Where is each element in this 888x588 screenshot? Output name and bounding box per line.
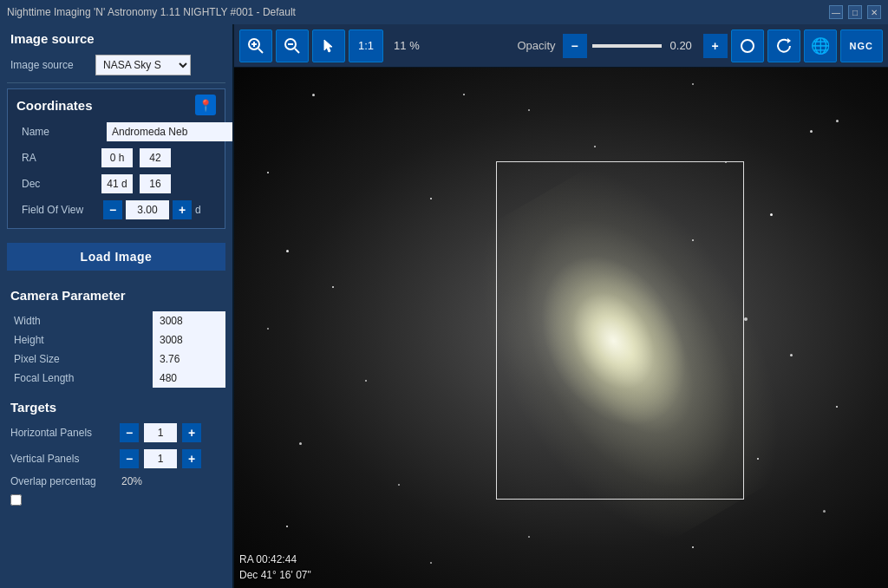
lasso-icon — [739, 37, 756, 55]
opacity-decrease-button[interactable]: − — [563, 34, 587, 58]
height-value[interactable]: 3008 — [153, 330, 225, 350]
dec-minutes-input[interactable] — [140, 174, 171, 193]
pixel-size-label: Pixel Size — [7, 350, 153, 369]
star — [430, 562, 432, 564]
close-button[interactable]: ✕ — [867, 5, 881, 19]
star — [286, 526, 288, 527]
star — [836, 406, 838, 408]
fov-row: Field Of View − 3.00 + d — [11, 197, 221, 223]
star — [692, 83, 694, 85]
overlap-value: 20% — [121, 475, 142, 487]
horizontal-panels-label: Horizontal Panels — [10, 427, 114, 439]
svg-line-1 — [258, 49, 263, 53]
dec-display: Dec 41° 16' 07" — [239, 567, 311, 583]
globe-button[interactable]: 🌐 — [804, 29, 837, 62]
star — [528, 109, 530, 111]
star — [365, 380, 367, 382]
focal-length-value[interactable]: 480 — [153, 369, 225, 388]
divider-1 — [7, 82, 225, 83]
fov-increase-button[interactable]: + — [173, 200, 192, 219]
sky-image: RA 00:42:44 Dec 41° 16' 07" — [234, 68, 888, 588]
location-icon[interactable]: 📍 — [195, 95, 216, 115]
horizontal-panels-decrease-button[interactable]: − — [120, 423, 139, 442]
fov-value: 3.00 — [126, 200, 169, 219]
zoom-out-button[interactable] — [276, 29, 309, 62]
zoom-out-icon — [284, 37, 301, 55]
dec-label: Dec — [22, 178, 100, 190]
camera-parameter-header: Camera Parameter — [0, 281, 232, 308]
height-row: Height 3008 — [7, 330, 225, 350]
dec-row: Dec — [11, 171, 221, 197]
vertical-panels-label: Vertical Panels — [10, 453, 114, 465]
vertical-panels-value: 1 — [144, 449, 177, 468]
ra-display: RA 00:42:44 — [239, 552, 311, 567]
checkbox-row — [0, 491, 232, 509]
image-source-label: Image source — [10, 59, 88, 71]
focal-length-label: Focal Length — [7, 369, 153, 388]
image-source-row: Image source NASA Sky S — [0, 51, 232, 79]
svg-point-7 — [741, 40, 754, 52]
name-input[interactable] — [107, 122, 234, 141]
maximize-button[interactable]: □ — [848, 5, 862, 19]
coordinates-header: Coordinates 📍 — [11, 95, 221, 119]
star — [286, 250, 289, 252]
width-row: Width 3008 — [7, 311, 225, 330]
star — [528, 536, 530, 538]
width-value[interactable]: 3008 — [153, 311, 225, 330]
height-label: Height — [7, 330, 153, 350]
fov-decrease-button[interactable]: − — [103, 200, 122, 219]
fov-label: Field Of View — [22, 204, 100, 216]
app-title: Nighttime Imaging 'N' Astronomy 1.11 NIG… — [7, 6, 296, 18]
zoom-percentage: 11 % — [387, 39, 427, 52]
star — [312, 94, 315, 96]
ra-hours-input[interactable] — [101, 148, 133, 167]
vertical-panels-increase-button[interactable]: + — [182, 449, 201, 468]
camera-parameter-section: Camera Parameter Width 3008 Height 3008 … — [0, 281, 232, 388]
star — [836, 120, 839, 122]
star — [725, 161, 727, 163]
image-source-header: Image source — [0, 24, 232, 51]
pixel-size-value[interactable]: 3.76 — [153, 350, 225, 369]
vertical-panels-decrease-button[interactable]: − — [120, 449, 139, 468]
ra-minutes-input[interactable] — [140, 148, 171, 167]
lasso-tool-button[interactable] — [731, 29, 764, 62]
star — [463, 94, 465, 95]
app-container: Image source Image source NASA Sky S Coo… — [0, 24, 888, 588]
image-area[interactable]: RA 00:42:44 Dec 41° 16' 07" — [234, 68, 888, 588]
star — [692, 239, 694, 241]
vertical-panels-row: Vertical Panels − 1 + — [0, 446, 232, 472]
focal-length-row: Focal Length 480 — [7, 369, 225, 388]
pointer-tool-button[interactable] — [312, 29, 345, 62]
overlap-row: Overlap percentag 20% — [0, 472, 232, 491]
opacity-slider[interactable] — [592, 44, 662, 48]
left-panel: Image source Image source NASA Sky S Coo… — [0, 24, 234, 588]
horizontal-panels-row: Horizontal Panels − 1 + — [0, 420, 232, 446]
ra-row: RA — [11, 145, 221, 171]
zoom-in-button[interactable] — [239, 29, 272, 62]
rotate-tool-button[interactable] — [767, 29, 800, 62]
load-image-button[interactable]: Load Image — [7, 243, 225, 271]
opacity-increase-button[interactable]: + — [703, 34, 728, 58]
star — [299, 442, 302, 445]
coordinates-overlay: RA 00:42:44 Dec 41° 16' 07" — [239, 552, 311, 583]
one-to-one-button[interactable]: 1:1 — [349, 29, 383, 62]
image-source-select[interactable]: NASA Sky S — [95, 55, 191, 75]
checkbox-input[interactable] — [10, 494, 22, 506]
opacity-value: 0.20 — [670, 39, 696, 52]
star — [790, 354, 793, 356]
coordinates-section: Coordinates 📍 Name RA Dec Field Of V — [7, 88, 225, 229]
star — [267, 328, 269, 330]
horizontal-panels-increase-button[interactable]: + — [182, 423, 201, 442]
name-row: Name — [11, 119, 221, 145]
coordinates-title: Coordinates — [16, 98, 93, 113]
pixel-size-row: Pixel Size 3.76 — [7, 350, 225, 369]
minimize-button[interactable]: — — [829, 5, 843, 19]
dec-degrees-input[interactable] — [101, 174, 133, 193]
svg-line-5 — [295, 49, 299, 53]
ngc-button[interactable]: NGC — [840, 29, 883, 62]
overlap-label: Overlap percentag — [10, 475, 114, 487]
opacity-label: Opacity — [517, 39, 555, 52]
star — [770, 213, 773, 216]
toolbar: 1:1 11 % Opacity − 0.20 + 🌐 NGC — [234, 24, 888, 68]
horizontal-panels-value: 1 — [144, 423, 177, 442]
